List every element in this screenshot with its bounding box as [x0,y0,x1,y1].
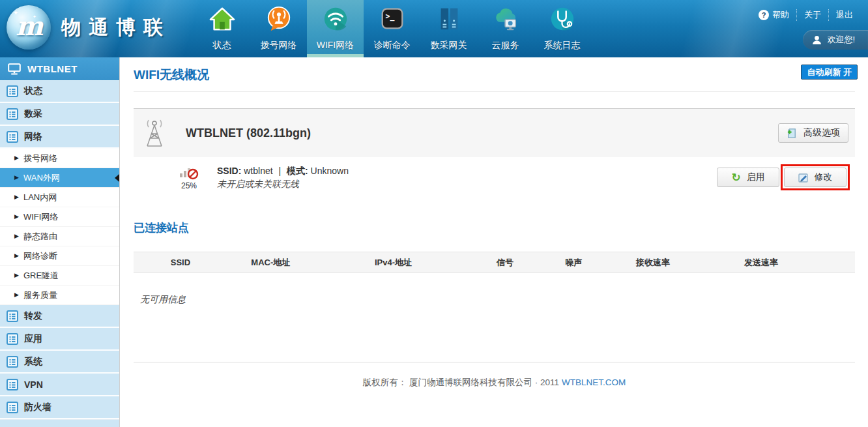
sidebar-item-wifi[interactable]: ▶ WIFI网络 [0,207,119,227]
top-header: ✦ ✦ m 物通博联 状态 拨号网络 WIFI网络 >_ [0,0,868,57]
list-icon [7,108,18,120]
logout-link[interactable]: 退出 [828,9,860,21]
col-ipv4: IPv4-地址 [314,252,473,273]
footer-link[interactable]: WTBLNET.COM [562,377,626,387]
sidebar-item-status[interactable]: 状态 [0,80,119,103]
sidebar-item-network-diagnose[interactable]: ▶ 网络诊断 [0,246,119,266]
gateway-icon [435,3,463,35]
highlight-annotation-box: 修改 [781,164,850,190]
wifi-icon [322,3,349,35]
caret-right-icon: ▶ [14,214,19,220]
sidebar-item-gre-tunnel[interactable]: ▶ GRE隧道 [0,266,119,286]
nav-label: 系统日志 [544,40,581,52]
nav-item-status[interactable]: 状态 [194,0,250,57]
caret-right-icon: ▶ [14,155,19,161]
nav-item-dial-network[interactable]: 拨号网络 [250,0,307,57]
welcome-badge[interactable]: 欢迎您! [803,30,868,50]
wifi-network-title: WTBLNET (802.11bgn) [186,126,311,140]
sidebar-item-lan[interactable]: ▶ LAN内网 [0,188,119,207]
caret-right-icon: ▶ [14,233,19,239]
stations-table: SSID MAC-地址 IPv4-地址 信号 噪声 接收速率 发送速率 [134,252,855,273]
caret-right-icon: ▶ [14,194,19,200]
user-icon [812,35,822,45]
nav-label: 状态 [213,40,231,52]
sidebar-item-network[interactable]: 网络 [0,126,119,149]
refresh-icon: ↻ [731,172,740,183]
edit-pencil-icon [798,172,809,183]
copyright-text: 版权所有： 厦门物通博联网络科技有限公司 · 2011 [363,377,559,387]
sidebar: WTBLNET 状态 数采 网络 ▶ 拨号网络 ▶ WAN外网 ▶ LAN内网 … [0,57,120,427]
col-rx-rate: 接收速率 [610,252,697,273]
sidebar-item-dial-network[interactable]: ▶ 拨号网络 [0,149,119,168]
caret-right-icon: ▶ [14,253,19,259]
home-icon [209,3,236,35]
welcome-text: 欢迎您! [827,34,855,46]
signal-disabled-icon [179,165,199,181]
sidebar-item-application[interactable]: 应用 [0,328,119,351]
wifi-status-text: 未开启或未关联无线 [217,177,349,190]
ssid-line: SSID: wtblnet | 模式: Unknown [217,164,349,177]
page-title: WIFI无线概况 [134,68,868,82]
nav-item-system-log[interactable]: 系统日志 [534,0,590,57]
caret-right-icon: ▶ [14,292,19,298]
col-spacer [826,252,855,273]
sidebar-item-static-route[interactable]: ▶ 静态路由 [0,227,119,246]
system-log-icon [549,3,576,35]
footer-divider [134,362,855,362]
sidebar-device-header[interactable]: WTBLNET [0,57,119,80]
edit-button[interactable]: 修改 [784,168,846,187]
col-signal: 信号 [472,252,538,273]
brand-logo: ✦ ✦ m 物通博联 [7,5,171,50]
sidebar-item-vpn[interactable]: VPN [0,374,119,396]
nav-item-diagnostic-command[interactable]: >_ 诊断命令 [364,0,420,57]
terminal-icon: >_ [379,3,406,35]
dial-network-icon [265,3,293,35]
list-icon [7,402,18,413]
col-noise: 噪声 [538,252,610,273]
nav-label: 数采网关 [431,40,467,52]
nav-item-data-gateway[interactable]: 数采网关 [420,0,477,57]
ssid-info: SSID: wtblnet | 模式: Unknown 未开启或未关联无线 [217,164,349,190]
col-mac: MAC-地址 [227,252,314,273]
col-ssid: SSID [134,252,227,273]
sidebar-item-partial [0,419,119,427]
advanced-options-button[interactable]: 高级选项 [778,123,848,143]
divider [134,91,855,92]
nav-label: 拨号网络 [261,40,297,52]
sidebar-item-firewall[interactable]: 防火墙 [0,396,119,419]
nav-item-cloud-service[interactable]: 云服务 [477,0,534,57]
list-icon [7,379,18,390]
antenna-tower-icon [141,118,167,148]
sidebar-item-wan[interactable]: ▶ WAN外网 [0,168,119,188]
empty-stations-message: 无可用信息 [140,294,868,306]
list-icon [7,333,18,345]
header-links: ? 帮助 关于 退出 [751,9,860,21]
device-name: WTBLNET [27,63,78,74]
page-plus-icon [787,128,798,139]
help-link[interactable]: ? 帮助 [751,9,796,21]
sidebar-item-qos[interactable]: ▶ 服务质量 [0,286,119,305]
monitor-icon [8,63,21,75]
caret-right-icon: ▶ [14,272,19,278]
list-icon [7,310,18,322]
sidebar-item-forward[interactable]: 转发 [0,305,119,328]
enable-button[interactable]: ↻ 启用 [717,168,779,187]
brand-name: 物通博联 [61,14,171,41]
main-content: WIFI无线概况 自动刷新 开 WTBLNET (802.11bgn) 高级选项… [121,57,868,427]
footer: 版权所有： 厦门物通博联网络科技有限公司 · 2011 WTBLNET.COM [121,377,868,389]
auto-refresh-toggle[interactable]: 自动刷新 开 [801,65,858,80]
wifi-status-row: 25% SSID: wtblnet | 模式: Unknown 未开启或未关联无… [134,157,855,198]
signal-block: 25% [174,165,204,190]
nav-label: WIFI网络 [317,40,354,52]
wifi-overview-panel: WTBLNET (802.11bgn) 高级选项 [134,108,855,157]
signal-percent: 25% [181,181,197,190]
about-link[interactable]: 关于 [796,9,828,21]
sidebar-item-system[interactable]: 系统 [0,351,119,374]
sidebar-item-data-collect[interactable]: 数采 [0,103,119,126]
cloud-icon [492,3,519,35]
nav-label: 诊断命令 [374,40,411,52]
list-icon [7,131,18,143]
list-icon [7,356,18,368]
nav-item-wifi-network[interactable]: WIFI网络 [307,0,364,57]
nav-label: 云服务 [492,40,519,52]
